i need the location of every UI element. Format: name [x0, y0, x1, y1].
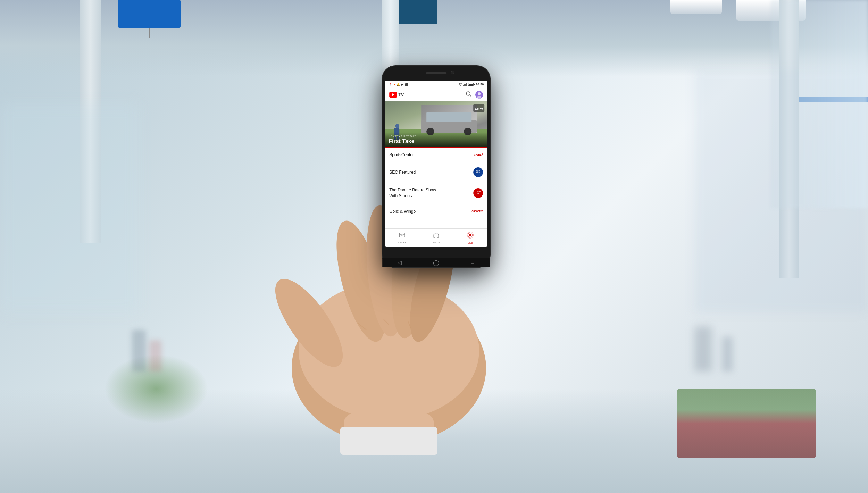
status-icons-right: 10:50 [459, 83, 484, 86]
person-4 [722, 337, 733, 371]
phone-screen: 📍 ● 🔔 ▶ ⬛ [385, 81, 487, 246]
person-1 [132, 330, 146, 371]
bottom-nav: Library Home [385, 228, 487, 246]
android-nav: ◁ ◯ ▭ [382, 258, 490, 267]
sec-logo-icon: SEC ESPN [473, 167, 483, 177]
hero-meta: NOV 28 • FIRST TAKE [389, 135, 484, 137]
back-button[interactable]: ◁ [398, 260, 402, 265]
phone-camera [451, 71, 454, 74]
espn-badge-text: ESPN [475, 107, 483, 110]
espn-badge: ESPN [473, 104, 484, 112]
reddit-icon: ● [393, 83, 395, 86]
time-display: 10:50 [476, 83, 484, 86]
channel-logo-espnnews: ESPNEWS [471, 210, 483, 212]
phone-scene: 📍 ● 🔔 ▶ ⬛ [278, 38, 590, 455]
svg-rect-9 [340, 427, 437, 455]
hero-section[interactable]: NOV 28 • FIRST TAKE First Take ESPN [385, 101, 487, 147]
program-name-lebatard: The Dan Le Batard ShowWith Stugotz [389, 187, 470, 199]
svg-point-17 [477, 96, 481, 99]
nav-item-live[interactable]: Live [453, 231, 487, 244]
cast-icon: ⬛ [405, 83, 408, 86]
program-item-lebatard[interactable]: The Dan Le Batard ShowWith Stugotz ESPN … [385, 182, 487, 204]
program-item-golic[interactable]: Golic & Wingo ESPNEWS [385, 204, 487, 219]
ceiling-light-2 [670, 0, 722, 14]
person-3 [694, 326, 712, 371]
app-header: TV [385, 88, 487, 101]
svg-rect-18 [399, 233, 405, 237]
airport-sign-1 [118, 0, 181, 28]
nav-item-home[interactable]: Home [419, 232, 453, 244]
right-wall [771, 0, 868, 208]
svg-point-22 [469, 234, 471, 236]
search-button[interactable] [466, 91, 472, 99]
program-name-golic: Golic & Wingo [389, 209, 469, 214]
svg-point-16 [478, 92, 481, 95]
home-label: Home [433, 241, 440, 244]
youtube-tv-logo: TV [389, 92, 404, 98]
program-item-sec-featured[interactable]: SEC Featured SEC ESPN [385, 162, 487, 182]
program-name-sec: SEC Featured [389, 170, 470, 175]
phone-frame: 📍 ● 🔔 ▶ ⬛ [382, 66, 490, 267]
person-2 [149, 340, 161, 371]
home-icon [433, 232, 440, 240]
espnnews-logo-text: ESPNEWS [471, 210, 483, 212]
location-icon: 📍 [389, 83, 392, 86]
home-button[interactable]: ◯ [433, 259, 439, 266]
tv-label: TV [398, 92, 404, 97]
hero-overlay: NOV 28 • FIRST TAKE First Take [385, 132, 487, 147]
hero-car-body [421, 105, 477, 133]
header-actions [466, 91, 483, 99]
user-avatar[interactable] [475, 91, 483, 99]
blur-left [0, 104, 139, 312]
signal-icon [463, 83, 467, 86]
library-icon [399, 232, 406, 240]
program-item-sportscenter[interactable]: SportsCenter ESPN2 [385, 148, 487, 162]
recents-button[interactable]: ▭ [470, 260, 474, 265]
wifi-icon [459, 83, 462, 86]
airport-seats [677, 389, 816, 458]
library-label: Library [398, 241, 406, 244]
program-list: SportsCenter ESPN2 SEC Featured SEC ESPN [385, 148, 487, 219]
channel-logo-sec: SEC ESPN [473, 167, 483, 177]
notification-icon: 🔔 [397, 83, 400, 86]
status-bar: 📍 ● 🔔 ▶ ⬛ [385, 81, 487, 88]
status-icons-left: 📍 ● 🔔 ▶ ⬛ [389, 83, 408, 86]
svg-line-14 [470, 95, 471, 97]
live-icon [466, 231, 474, 241]
program-name-sportscenter: SportsCenter [389, 152, 471, 157]
nav-item-library[interactable]: Library [385, 232, 419, 244]
phone-speaker [426, 72, 446, 74]
channel-logo-espnu: ESPN U [473, 188, 483, 198]
youtube-icon [389, 92, 397, 98]
channel-logo-espn2: ESPN2 [474, 153, 483, 157]
hero-title: First Take [389, 138, 484, 144]
svg-point-19 [401, 234, 403, 236]
battery-icon [468, 83, 475, 86]
espnu-logo-icon: ESPN U [473, 188, 483, 198]
espn2-logo-text: ESPN2 [474, 153, 483, 157]
live-label: Live [468, 241, 473, 244]
screen-record-icon: ▶ [401, 83, 403, 86]
